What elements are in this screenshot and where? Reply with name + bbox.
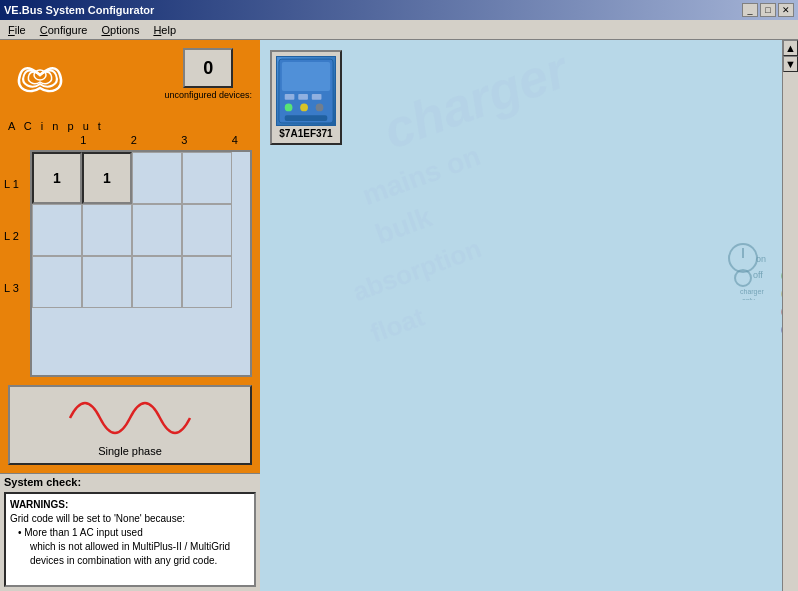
phase-label-l3: L 3 xyxy=(0,262,28,314)
ac-input-num-4: 4 xyxy=(210,134,261,146)
title-bar: VE.Bus System Configurator _ □ ✕ xyxy=(0,0,798,20)
grid-cell-l1-2-value: 1 xyxy=(103,170,111,186)
unconfigured-label: unconfigured devices: xyxy=(164,90,252,101)
phase-label-l1: L 1 xyxy=(0,158,28,210)
svg-rect-5 xyxy=(312,94,322,100)
scrollbar[interactable]: ▲ ▼ xyxy=(782,40,798,591)
title-text: VE.Bus System Configurator xyxy=(4,4,154,16)
system-check-label: System check: xyxy=(0,474,260,490)
menu-help[interactable]: Help xyxy=(147,23,182,37)
switch-icon: on off charger only xyxy=(718,240,768,300)
grid-row-l1: 1 1 xyxy=(32,152,250,204)
status-indicators: on off charger only xyxy=(718,240,768,300)
grid-row-l3 xyxy=(32,256,250,308)
system-check: System check: WARNINGS: Grid code will b… xyxy=(0,473,260,591)
device-thumbnail[interactable]: $7A1EF371 xyxy=(270,50,342,145)
left-panel: 0 unconfigured devices: A C i n p u t 1 … xyxy=(0,40,260,591)
warning-sub1: which is not allowed in MultiPlus-II / M… xyxy=(30,540,250,568)
phase-label-l2: L 2 xyxy=(0,210,28,262)
grid-table: 1 1 xyxy=(30,150,252,377)
grid-cell-l2-4[interactable] xyxy=(182,204,232,256)
menu-configure[interactable]: Configure xyxy=(34,23,94,37)
svg-rect-2 xyxy=(282,62,330,91)
svg-text:on: on xyxy=(756,254,766,264)
grid-row-l2 xyxy=(32,204,250,256)
svg-rect-3 xyxy=(285,94,295,100)
grid-cell-l1-1[interactable]: 1 xyxy=(32,152,82,204)
sine-wave-icon xyxy=(65,393,195,443)
ac-input-numbers: 1 2 3 4 xyxy=(8,134,260,146)
maximize-button[interactable]: □ xyxy=(760,3,776,17)
phase-indicator-label: Single phase xyxy=(98,445,162,457)
grid-cell-l2-3[interactable] xyxy=(132,204,182,256)
grid-cell-l3-3[interactable] xyxy=(132,256,182,308)
warning-bullet1: • More than 1 AC input used xyxy=(18,526,250,540)
ac-input-num-1: 1 xyxy=(58,134,109,146)
grid-cell-l2-1[interactable] xyxy=(32,204,82,256)
unconfigured-count-box[interactable]: 0 xyxy=(183,48,233,88)
svg-text:charger: charger xyxy=(740,288,764,296)
menu-file[interactable]: File xyxy=(2,23,32,37)
svg-rect-4 xyxy=(298,94,308,100)
scrollbar-down-button[interactable]: ▼ xyxy=(783,56,798,72)
watermark-bulk-text: bulk xyxy=(371,201,436,251)
menu-bar: File Configure Options Help xyxy=(0,20,798,40)
grid-section: L 1 L 2 L 3 1 1 xyxy=(0,150,260,377)
svg-text:off: off xyxy=(753,270,763,280)
scrollbar-up-button[interactable]: ▲ xyxy=(783,40,798,56)
minimize-button[interactable]: _ xyxy=(742,3,758,17)
svg-point-7 xyxy=(300,104,308,112)
device-image xyxy=(276,56,336,126)
victron-logo-icon xyxy=(10,50,70,100)
close-button[interactable]: ✕ xyxy=(778,3,794,17)
watermark-float-text: float xyxy=(366,302,428,350)
main-area: 0 unconfigured devices: A C i n p u t 1 … xyxy=(0,40,798,591)
logo-area xyxy=(0,40,80,110)
grid-cell-l1-4[interactable] xyxy=(182,152,232,204)
ac-input-section: A C i n p u t 1 2 3 4 xyxy=(0,120,260,146)
unconfigured-count: 0 xyxy=(203,58,213,79)
ac-input-num-3: 3 xyxy=(159,134,210,146)
unconfigured-section: 0 unconfigured devices: xyxy=(164,48,252,101)
grid-cell-l1-3[interactable] xyxy=(132,152,182,204)
grid-cell-l3-2[interactable] xyxy=(82,256,132,308)
grid-cell-l3-4[interactable] xyxy=(182,256,232,308)
svg-point-8 xyxy=(316,104,324,112)
grid-cell-l1-1-value: 1 xyxy=(53,170,61,186)
phase-labels: L 1 L 2 L 3 xyxy=(0,150,28,377)
title-bar-controls: _ □ ✕ xyxy=(742,3,794,17)
grid-cell-l1-2[interactable]: 1 xyxy=(82,152,132,204)
device-label: $7A1EF371 xyxy=(279,128,332,139)
svg-text:only: only xyxy=(742,297,755,300)
watermark-absorption-text: absorption xyxy=(349,233,486,308)
svg-point-6 xyxy=(285,104,293,112)
watermark-charger-text: charger xyxy=(375,40,575,161)
right-panel: charger mains on bulk absorption float xyxy=(260,40,798,591)
grid-cell-l3-1[interactable] xyxy=(32,256,82,308)
ac-input-label: A C i n p u t xyxy=(8,120,260,132)
menu-options[interactable]: Options xyxy=(95,23,145,37)
system-check-content[interactable]: WARNINGS: Grid code will be set to 'None… xyxy=(4,492,256,587)
phase-indicator[interactable]: Single phase xyxy=(8,385,252,465)
warnings-title: WARNINGS: xyxy=(10,498,250,512)
grid-cell-l2-2[interactable] xyxy=(82,204,132,256)
warning-line1: Grid code will be set to 'None' because: xyxy=(10,512,250,526)
ac-input-num-2: 2 xyxy=(109,134,160,146)
svg-rect-9 xyxy=(285,115,328,121)
watermark-mains-on-text: mains on xyxy=(358,140,484,212)
